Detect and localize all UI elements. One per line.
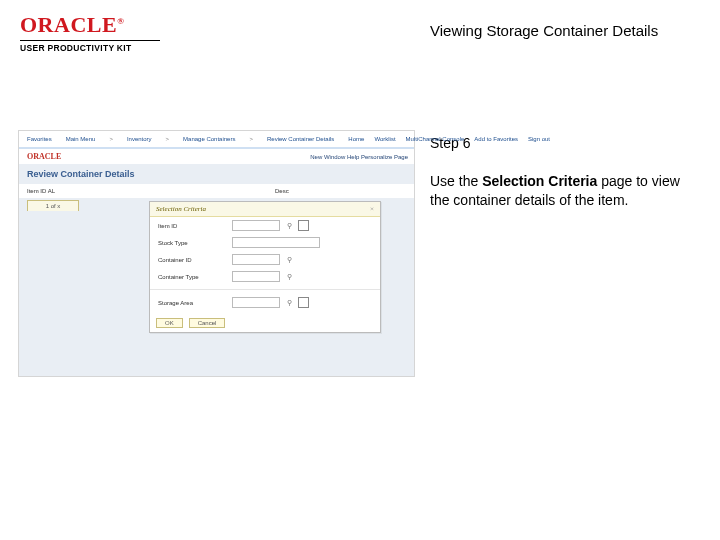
lookup-icon[interactable]: ⚲ [284,298,294,307]
app-info-row: Item ID AL Desc [19,184,414,198]
app-page-title: Review Container Details [27,169,414,179]
container-type-input[interactable] [232,271,280,282]
brand-divider [20,40,160,41]
nav-right-item[interactable]: Add to Favorites [474,136,518,142]
ok-button[interactable]: OK [156,318,183,328]
nav-right-item[interactable]: MultiChannel Console [406,136,465,142]
app-top-nav: Favorites Main Menu > Inventory > Manage… [19,131,414,149]
nav-home[interactable]: Home [348,136,364,142]
app-brandbar: ORACLE New Window Help Personalize Page [19,149,414,164]
embedded-screenshot: Favorites Main Menu > Inventory > Manage… [18,130,415,377]
nav-item[interactable]: Main Menu [66,136,96,142]
app-page-header: Review Container Details [19,164,414,184]
lookup-icon[interactable]: ⚲ [284,272,294,281]
stock-type-input[interactable] [232,237,320,248]
step-text-prefix: Use the [430,173,482,189]
cancel-button[interactable]: Cancel [189,318,226,328]
app-status-links[interactable]: New Window Help Personalize Page [310,154,414,160]
nav-item[interactable]: Favorites [27,136,52,142]
brand-subline: USER PRODUCTIVITY KIT [20,43,170,53]
brand-registered: ® [117,16,124,26]
field-label-stock-type: Stock Type [158,240,228,246]
panel-footer: OK Cancel [156,318,225,328]
lookup-icon[interactable]: ⚲ [284,255,294,264]
step-instruction: Use the Selection Criteria page to view … [430,172,700,210]
field-label-container-type: Container Type [158,274,228,280]
panel-titlebar: Selection Criteria × [150,202,380,217]
panel-title-text: Selection Criteria [156,205,206,213]
info-left: Item ID AL [27,188,55,194]
panel-divider [150,289,380,290]
field-label-storage-area: Storage Area [158,300,228,306]
item-id-input[interactable] [232,220,280,231]
record-tab[interactable]: 1 of x [27,200,79,211]
nav-item[interactable]: Manage Containers [183,136,235,142]
brand-name: ORACLE [20,12,117,37]
item-id-checkbox[interactable] [298,220,309,231]
storage-area-checkbox[interactable] [298,297,309,308]
nav-item[interactable]: Review Container Details [267,136,334,142]
field-label-container-id: Container ID [158,257,228,263]
info-right: Desc [275,188,289,194]
selection-criteria-panel: Selection Criteria × Item ID ⚲ Stock Typ… [149,201,381,333]
nav-right-item[interactable]: Sign out [528,136,550,142]
container-id-input[interactable] [232,254,280,265]
close-icon[interactable]: × [370,205,374,213]
brand-wordmark: ORACLE® [20,14,170,36]
field-label-item-id: Item ID [158,223,228,229]
brand-logo: ORACLE® USER PRODUCTIVITY KIT [20,14,170,53]
step-text-bold: Selection Criteria [482,173,597,189]
page-title: Viewing Storage Container Details [430,22,658,39]
storage-area-input[interactable] [232,297,280,308]
lookup-icon[interactable]: ⚲ [284,221,294,230]
nav-item[interactable]: Inventory [127,136,152,142]
app-brand: ORACLE [27,152,61,161]
nav-right-item[interactable]: Worklist [374,136,395,142]
